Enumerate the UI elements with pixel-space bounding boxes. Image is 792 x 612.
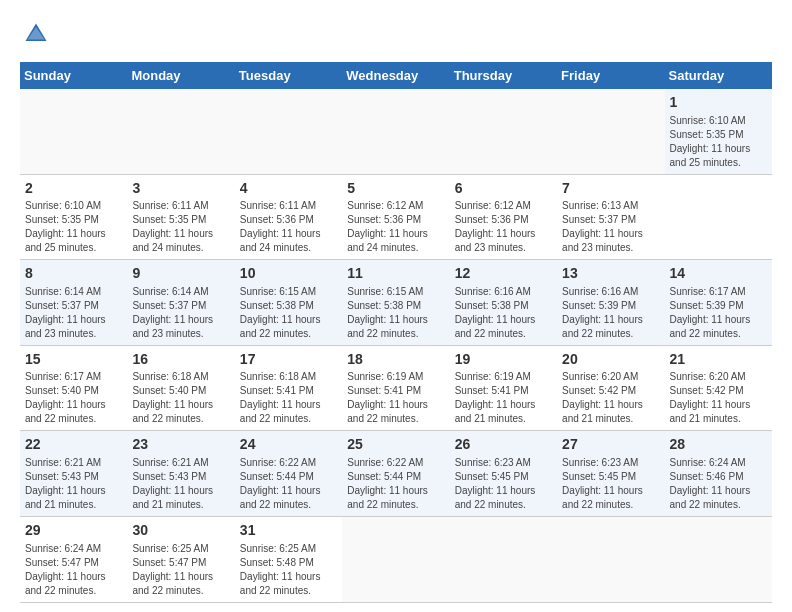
day-number: 26 <box>455 435 552 455</box>
day-info: Sunrise: 6:17 AMSunset: 5:40 PMDaylight:… <box>25 370 122 426</box>
day-number: 3 <box>132 179 229 199</box>
calendar-table: SundayMondayTuesdayWednesdayThursdayFrid… <box>20 62 772 603</box>
calendar-day-cell: 13Sunrise: 6:16 AMSunset: 5:39 PMDayligh… <box>557 260 664 346</box>
calendar-day-cell <box>557 89 664 174</box>
header-tuesday: Tuesday <box>235 62 342 89</box>
calendar-day-cell: 11Sunrise: 6:15 AMSunset: 5:38 PMDayligh… <box>342 260 449 346</box>
calendar-day-cell: 10Sunrise: 6:15 AMSunset: 5:38 PMDayligh… <box>235 260 342 346</box>
day-info: Sunrise: 6:12 AMSunset: 5:36 PMDaylight:… <box>347 199 444 255</box>
day-number: 1 <box>670 93 767 113</box>
day-info: Sunrise: 6:18 AMSunset: 5:40 PMDaylight:… <box>132 370 229 426</box>
day-number: 15 <box>25 350 122 370</box>
calendar-day-cell: 9Sunrise: 6:14 AMSunset: 5:37 PMDaylight… <box>127 260 234 346</box>
calendar-day-cell: 12Sunrise: 6:16 AMSunset: 5:38 PMDayligh… <box>450 260 557 346</box>
calendar-day-cell: 18Sunrise: 6:19 AMSunset: 5:41 PMDayligh… <box>342 345 449 431</box>
day-info: Sunrise: 6:15 AMSunset: 5:38 PMDaylight:… <box>240 285 337 341</box>
calendar-day-cell <box>127 89 234 174</box>
day-number: 18 <box>347 350 444 370</box>
page-header <box>20 20 772 52</box>
calendar-day-cell <box>235 89 342 174</box>
calendar-day-cell: 24Sunrise: 6:22 AMSunset: 5:44 PMDayligh… <box>235 431 342 517</box>
calendar-day-cell <box>557 516 664 602</box>
day-info: Sunrise: 6:19 AMSunset: 5:41 PMDaylight:… <box>347 370 444 426</box>
header-saturday: Saturday <box>665 62 772 89</box>
calendar-day-cell: 14Sunrise: 6:17 AMSunset: 5:39 PMDayligh… <box>665 260 772 346</box>
calendar-day-cell: 25Sunrise: 6:22 AMSunset: 5:44 PMDayligh… <box>342 431 449 517</box>
calendar-week-row: 29Sunrise: 6:24 AMSunset: 5:47 PMDayligh… <box>20 516 772 602</box>
calendar-week-row: 8Sunrise: 6:14 AMSunset: 5:37 PMDaylight… <box>20 260 772 346</box>
day-number: 24 <box>240 435 337 455</box>
day-info: Sunrise: 6:11 AMSunset: 5:36 PMDaylight:… <box>240 199 337 255</box>
calendar-day-cell: 22Sunrise: 6:21 AMSunset: 5:43 PMDayligh… <box>20 431 127 517</box>
day-info: Sunrise: 6:25 AMSunset: 5:47 PMDaylight:… <box>132 542 229 598</box>
calendar-day-cell <box>450 516 557 602</box>
day-number: 17 <box>240 350 337 370</box>
calendar-day-cell: 27Sunrise: 6:23 AMSunset: 5:45 PMDayligh… <box>557 431 664 517</box>
day-info: Sunrise: 6:20 AMSunset: 5:42 PMDaylight:… <box>670 370 767 426</box>
day-number: 12 <box>455 264 552 284</box>
calendar-day-cell: 8Sunrise: 6:14 AMSunset: 5:37 PMDaylight… <box>20 260 127 346</box>
day-info: Sunrise: 6:14 AMSunset: 5:37 PMDaylight:… <box>25 285 122 341</box>
day-info: Sunrise: 6:24 AMSunset: 5:46 PMDaylight:… <box>670 456 767 512</box>
calendar-day-cell: 16Sunrise: 6:18 AMSunset: 5:40 PMDayligh… <box>127 345 234 431</box>
day-info: Sunrise: 6:22 AMSunset: 5:44 PMDaylight:… <box>240 456 337 512</box>
day-info: Sunrise: 6:12 AMSunset: 5:36 PMDaylight:… <box>455 199 552 255</box>
day-number: 27 <box>562 435 659 455</box>
day-info: Sunrise: 6:16 AMSunset: 5:39 PMDaylight:… <box>562 285 659 341</box>
day-number: 2 <box>25 179 122 199</box>
logo <box>20 20 54 52</box>
day-number: 7 <box>562 179 659 199</box>
day-info: Sunrise: 6:13 AMSunset: 5:37 PMDaylight:… <box>562 199 659 255</box>
day-info: Sunrise: 6:19 AMSunset: 5:41 PMDaylight:… <box>455 370 552 426</box>
day-info: Sunrise: 6:18 AMSunset: 5:41 PMDaylight:… <box>240 370 337 426</box>
day-info: Sunrise: 6:10 AMSunset: 5:35 PMDaylight:… <box>670 114 767 170</box>
calendar-day-cell <box>450 89 557 174</box>
day-number: 25 <box>347 435 444 455</box>
calendar-day-cell: 29Sunrise: 6:24 AMSunset: 5:47 PMDayligh… <box>20 516 127 602</box>
calendar-day-cell <box>665 516 772 602</box>
day-number: 4 <box>240 179 337 199</box>
day-info: Sunrise: 6:14 AMSunset: 5:37 PMDaylight:… <box>132 285 229 341</box>
day-info: Sunrise: 6:15 AMSunset: 5:38 PMDaylight:… <box>347 285 444 341</box>
day-number: 21 <box>670 350 767 370</box>
day-info: Sunrise: 6:17 AMSunset: 5:39 PMDaylight:… <box>670 285 767 341</box>
day-info: Sunrise: 6:10 AMSunset: 5:35 PMDaylight:… <box>25 199 122 255</box>
calendar-week-row: 15Sunrise: 6:17 AMSunset: 5:40 PMDayligh… <box>20 345 772 431</box>
day-number: 14 <box>670 264 767 284</box>
header-friday: Friday <box>557 62 664 89</box>
day-info: Sunrise: 6:21 AMSunset: 5:43 PMDaylight:… <box>25 456 122 512</box>
day-info: Sunrise: 6:22 AMSunset: 5:44 PMDaylight:… <box>347 456 444 512</box>
calendar-day-cell: 20Sunrise: 6:20 AMSunset: 5:42 PMDayligh… <box>557 345 664 431</box>
calendar-day-cell: 26Sunrise: 6:23 AMSunset: 5:45 PMDayligh… <box>450 431 557 517</box>
day-number: 31 <box>240 521 337 541</box>
calendar-header-row: SundayMondayTuesdayWednesdayThursdayFrid… <box>20 62 772 89</box>
day-number: 11 <box>347 264 444 284</box>
calendar-day-cell: 7Sunrise: 6:13 AMSunset: 5:37 PMDaylight… <box>557 174 664 260</box>
day-number: 6 <box>455 179 552 199</box>
calendar-day-cell: 30Sunrise: 6:25 AMSunset: 5:47 PMDayligh… <box>127 516 234 602</box>
calendar-day-cell <box>342 89 449 174</box>
day-number: 28 <box>670 435 767 455</box>
calendar-week-row: 1Sunrise: 6:10 AMSunset: 5:35 PMDaylight… <box>20 89 772 174</box>
header-monday: Monday <box>127 62 234 89</box>
calendar-day-cell <box>20 89 127 174</box>
day-number: 10 <box>240 264 337 284</box>
calendar-day-cell: 2Sunrise: 6:10 AMSunset: 5:35 PMDaylight… <box>20 174 127 260</box>
day-info: Sunrise: 6:21 AMSunset: 5:43 PMDaylight:… <box>132 456 229 512</box>
calendar-day-cell: 19Sunrise: 6:19 AMSunset: 5:41 PMDayligh… <box>450 345 557 431</box>
day-info: Sunrise: 6:20 AMSunset: 5:42 PMDaylight:… <box>562 370 659 426</box>
day-info: Sunrise: 6:23 AMSunset: 5:45 PMDaylight:… <box>455 456 552 512</box>
calendar-day-cell: 5Sunrise: 6:12 AMSunset: 5:36 PMDaylight… <box>342 174 449 260</box>
calendar-day-cell: 31Sunrise: 6:25 AMSunset: 5:48 PMDayligh… <box>235 516 342 602</box>
day-number: 23 <box>132 435 229 455</box>
calendar-week-row: 22Sunrise: 6:21 AMSunset: 5:43 PMDayligh… <box>20 431 772 517</box>
day-number: 5 <box>347 179 444 199</box>
calendar-day-cell: 21Sunrise: 6:20 AMSunset: 5:42 PMDayligh… <box>665 345 772 431</box>
day-number: 8 <box>25 264 122 284</box>
calendar-week-row: 2Sunrise: 6:10 AMSunset: 5:35 PMDaylight… <box>20 174 772 260</box>
calendar-day-cell: 15Sunrise: 6:17 AMSunset: 5:40 PMDayligh… <box>20 345 127 431</box>
calendar-day-cell <box>342 516 449 602</box>
day-info: Sunrise: 6:24 AMSunset: 5:47 PMDaylight:… <box>25 542 122 598</box>
day-number: 30 <box>132 521 229 541</box>
calendar-day-cell: 23Sunrise: 6:21 AMSunset: 5:43 PMDayligh… <box>127 431 234 517</box>
